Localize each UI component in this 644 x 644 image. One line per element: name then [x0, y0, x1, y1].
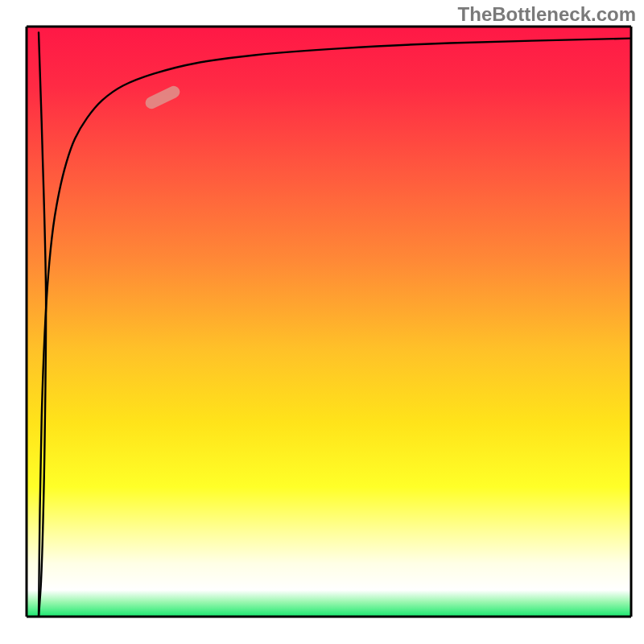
bottleneck-chart: [0, 0, 644, 644]
plot-background-gradient: [27, 27, 631, 617]
chart-stage: TheBottleneck.com: [0, 0, 644, 644]
